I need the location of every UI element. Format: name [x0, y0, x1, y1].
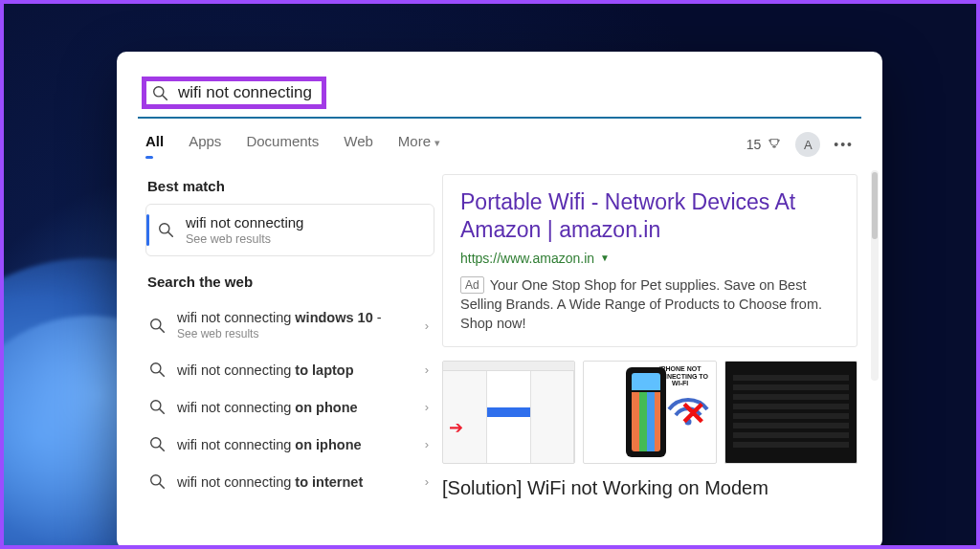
web-suggestion-1[interactable]: wifi not connecting to laptop›	[145, 351, 434, 388]
scrollbar[interactable]	[871, 170, 879, 381]
search-icon	[149, 473, 166, 490]
search-web-heading: Search the web	[147, 274, 434, 290]
chevron-right-icon: ›	[425, 318, 429, 333]
ad-title: Portable Wifi - Network Devices At Amazo…	[460, 188, 839, 245]
search-icon	[149, 318, 166, 334]
svg-line-13	[160, 484, 164, 488]
thumbnail-1[interactable]: ➔	[442, 361, 575, 464]
tabs-row: All Apps Documents Web More▾ 15 A •••	[117, 119, 882, 166]
web-suggestion-text: wifi not connecting windows 10 -	[177, 310, 413, 325]
thumbnail-2[interactable]: IPHONE NOT CONNECTING TO WI-FI ✕	[583, 361, 716, 464]
ad-result-card[interactable]: Portable Wifi - Network Devices At Amazo…	[442, 174, 858, 347]
phone-icon	[626, 367, 666, 457]
search-icon	[158, 222, 174, 238]
svg-line-11	[160, 447, 164, 450]
svg-point-0	[154, 86, 164, 96]
search-highlight: wifi not connecting	[142, 77, 326, 109]
chevron-right-icon: ›	[425, 400, 429, 414]
tab-documents[interactable]: Documents	[246, 133, 319, 157]
web-suggestion-0[interactable]: wifi not connecting windows 10 -See web …	[145, 299, 434, 351]
svg-point-12	[151, 475, 161, 485]
search-query-text: wifi not connecting	[178, 83, 312, 102]
web-suggestion-text: wifi not connecting on iphone	[177, 437, 413, 452]
chevron-down-icon: ▾	[434, 137, 440, 148]
svg-point-10	[151, 438, 161, 448]
thumbnail-3[interactable]	[724, 361, 858, 464]
tab-apps[interactable]: Apps	[189, 133, 221, 157]
svg-line-9	[160, 409, 164, 413]
ad-badge: Ad	[460, 276, 484, 295]
svg-point-4	[151, 318, 161, 328]
web-suggestion-3[interactable]: wifi not connecting on iphone›	[145, 426, 434, 463]
search-icon	[149, 436, 166, 452]
scrollbar-thumb[interactable]	[872, 172, 878, 239]
chevron-right-icon: ›	[425, 437, 429, 451]
trophy-icon	[767, 137, 782, 152]
chevron-right-icon: ›	[425, 474, 429, 489]
svg-point-2	[160, 224, 169, 233]
search-icon	[152, 85, 168, 101]
web-suggestion-2[interactable]: wifi not connecting on phone›	[145, 388, 434, 426]
result-2-title[interactable]: [Solution] WiFi not Working on Modem	[442, 477, 858, 499]
chevron-right-icon: ›	[425, 362, 429, 377]
svg-line-3	[168, 232, 172, 236]
web-suggestion-4[interactable]: wifi not connecting to internet›	[145, 463, 434, 500]
web-suggestion-text: wifi not connecting to laptop	[177, 362, 413, 378]
best-match-heading: Best match	[147, 178, 434, 194]
arrow-icon: ➔	[449, 417, 463, 438]
ad-body: AdYour One Stop Shop for Pet supplies. S…	[460, 275, 839, 333]
results-left-column: Best match wifi not connecting See web r…	[117, 166, 442, 549]
search-panel: wifi not connecting All Apps Documents W…	[117, 52, 882, 549]
rewards-indicator[interactable]: 15	[746, 137, 783, 152]
web-suggestion-text: wifi not connecting on phone	[177, 400, 413, 415]
search-row: wifi not connecting	[117, 52, 882, 119]
more-menu-button[interactable]: •••	[834, 137, 854, 152]
svg-line-5	[160, 328, 164, 332]
tab-more[interactable]: More▾	[398, 133, 440, 157]
image-thumbnails: ➔ IPHONE NOT CONNECTING TO WI-FI ✕	[442, 361, 858, 464]
search-icon	[149, 399, 166, 415]
rewards-points: 15	[746, 137, 762, 152]
web-suggestion-text: wifi not connecting to internet	[177, 474, 413, 490]
svg-point-6	[151, 363, 161, 373]
svg-point-8	[151, 401, 161, 410]
x-icon: ✕	[679, 394, 706, 432]
tab-web[interactable]: Web	[344, 133, 373, 157]
best-match-title: wifi not connecting	[186, 214, 303, 231]
best-match-item[interactable]: wifi not connecting See web results	[145, 204, 434, 256]
search-field[interactable]: wifi not connecting	[138, 69, 861, 119]
preview-pane: Portable Wifi - Network Devices At Amazo…	[442, 166, 882, 549]
avatar[interactable]: A	[795, 132, 820, 157]
best-match-sub: See web results	[186, 232, 303, 246]
svg-line-1	[163, 96, 167, 99]
web-suggestion-sub: See web results	[177, 327, 413, 340]
search-icon	[149, 362, 166, 378]
ad-url: https://www.amazon.in▼	[460, 251, 839, 266]
tab-all[interactable]: All	[145, 133, 164, 157]
svg-line-7	[160, 372, 164, 376]
dropdown-caret-icon[interactable]: ▼	[600, 253, 610, 263]
